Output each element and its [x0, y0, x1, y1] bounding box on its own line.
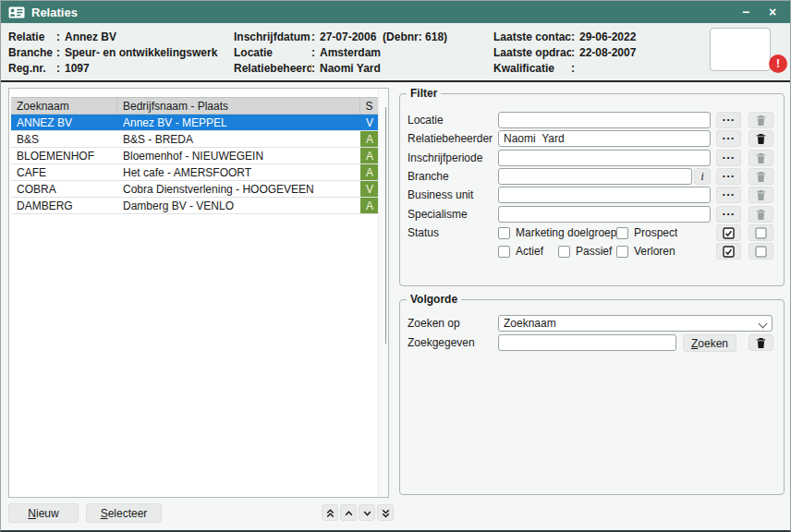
- filter-label-business-unit: Business unit: [408, 188, 473, 201]
- checked-checkbox-icon: [723, 246, 735, 258]
- ellipsis-button-relatiebeheerder[interactable]: ...: [716, 130, 741, 147]
- header-field-separator: :: [56, 30, 65, 43]
- relations-table: Zoeknaam Bedrijfsnaam - Plaats S ANNEZ B…: [11, 97, 379, 214]
- header-field-label: Relatiebeheerde: [234, 62, 311, 75]
- filter-input-inschrijfperiode[interactable]: [498, 150, 711, 166]
- status-option-actief[interactable]: Actief: [498, 245, 558, 258]
- previous-record-button[interactable]: [340, 504, 357, 521]
- header-field-separator: :: [571, 30, 579, 43]
- header-field-value: Naomi Yard: [320, 62, 381, 75]
- checkbox-marketing-doelgroep[interactable]: [498, 227, 510, 239]
- relations-list: ANNEZ BVAnnez BV - MEPPELVB&SB&S - BREDA…: [11, 115, 379, 214]
- header-field: Reg.nr.:1097: [8, 60, 217, 76]
- column-header-zoeknaam[interactable]: Zoeknaam: [11, 98, 117, 114]
- ellipsis-button-branche[interactable]: ...: [716, 168, 741, 185]
- volgorde-groupbox: Volgorde Zoeken op Zoeknaam Zoekgegeven …: [399, 299, 785, 495]
- status-option-marketing-doelgroep[interactable]: Marketing doelgroep: [498, 226, 616, 239]
- ellipsis-button-business-unit[interactable]: ...: [716, 187, 741, 203]
- header-field: Kwalificatie:: [493, 60, 636, 76]
- relations-table-header: Zoeknaam Bedrijfsnaam - Plaats S: [11, 97, 379, 115]
- close-icon[interactable]: ×: [762, 2, 783, 22]
- info-button[interactable]: i: [694, 168, 711, 185]
- cell-status: A: [360, 198, 379, 213]
- trash-button-locatie[interactable]: [748, 112, 773, 128]
- ellipsis-button-locatie[interactable]: ...: [716, 112, 741, 128]
- cell-status: V: [360, 181, 379, 197]
- header-field-value: 22-08-2007: [579, 46, 636, 59]
- trash-button-specialisme[interactable]: [748, 206, 773, 223]
- filter-input-business-unit[interactable]: [498, 187, 711, 203]
- table-row[interactable]: B&SB&S - BREDAA: [11, 131, 379, 148]
- relaties-window: Relaties − × Relatie:Annez BVBranche:Spe…: [0, 0, 791, 532]
- table-row[interactable]: ANNEZ BVAnnez BV - MEPPELV: [11, 115, 379, 131]
- alert-badge: !: [769, 54, 787, 73]
- list-scrollbar[interactable]: [378, 89, 388, 497]
- trash-icon: [755, 209, 767, 221]
- clear-all-status-button[interactable]: [748, 224, 773, 241]
- select-all-status-button-2[interactable]: [716, 243, 741, 260]
- header-field: Inschrijfdatum:27-07-2006 (Debnr: 618): [234, 29, 447, 44]
- cell-bedrijfsnaam: Annez BV - MEPPEL: [117, 116, 360, 129]
- table-row[interactable]: BLOEMENHOFBloemenhof - NIEUWEGEINA: [11, 148, 379, 164]
- ellipsis-button-inschrijfperiode[interactable]: ...: [716, 150, 741, 166]
- header-column-3: Laatste contact:29-06-2022Laatste opdrac…: [493, 29, 636, 76]
- trash-button-relatiebeheerder[interactable]: [748, 130, 773, 147]
- filter-input-branche[interactable]: [498, 168, 692, 185]
- filter-row: Locatie...: [400, 112, 784, 128]
- select-all-status-button[interactable]: [716, 224, 741, 241]
- zoekgegeven-label: Zoekgegeven: [408, 336, 475, 349]
- clear-all-status-button-2[interactable]: [748, 243, 773, 260]
- next-record-button[interactable]: [359, 504, 375, 521]
- trash-icon: [755, 115, 767, 127]
- filter-input-relatiebeheerder[interactable]: [498, 130, 711, 147]
- trash-icon: [755, 133, 767, 145]
- cell-bedrijfsnaam: Damberg BV - VENLO: [117, 200, 360, 212]
- status-option-verloren[interactable]: Verloren: [616, 245, 675, 258]
- trash-icon: [755, 189, 767, 201]
- cell-zoeknaam: COBRA: [11, 183, 117, 196]
- double-chevron-up-icon: [324, 507, 336, 519]
- filter-label-inschrijfperiode: Inschrijfperiode: [408, 151, 482, 164]
- trash-button-branche[interactable]: [748, 168, 773, 185]
- status-option-label: Actief: [516, 245, 543, 258]
- cell-status: V: [360, 115, 379, 130]
- zoeken-button[interactable]: Zoeken: [683, 334, 736, 352]
- column-header-status[interactable]: S: [360, 98, 379, 114]
- zoeken-op-value: Zoeknaam: [504, 317, 556, 330]
- table-row[interactable]: CAFEHet cafe - AMERSFOORTA: [11, 164, 379, 181]
- scrollbar-thumb[interactable]: [385, 107, 386, 344]
- minimize-icon[interactable]: −: [736, 2, 756, 22]
- selecteer-button[interactable]: Selecteer: [86, 503, 162, 523]
- cell-status: A: [360, 148, 379, 163]
- filter-input-locatie[interactable]: [498, 112, 711, 128]
- table-row[interactable]: DAMBERGDamberg BV - VENLOA: [11, 198, 379, 214]
- checked-checkbox-icon: [723, 227, 735, 239]
- ellipsis-button-specialisme[interactable]: ...: [716, 206, 741, 223]
- column-header-bedrijfsnaam[interactable]: Bedrijfsnaam - Plaats: [117, 98, 360, 114]
- table-row[interactable]: COBRACobra Dienstverlening - HOOGEVEENV: [11, 181, 379, 198]
- checkbox-verloren[interactable]: [616, 246, 628, 258]
- header-field-separator: :: [571, 62, 579, 75]
- trash-icon: [755, 152, 767, 164]
- cell-bedrijfsnaam: Cobra Dienstverlening - HOOGEVEEN: [117, 183, 360, 196]
- filter-row: Business unit...: [400, 187, 784, 203]
- header-field-value: 1097: [65, 62, 90, 75]
- status-option-passief[interactable]: Passief: [558, 245, 616, 258]
- status-label: Status: [408, 226, 439, 239]
- last-record-button[interactable]: [377, 504, 394, 521]
- trash-button-inschrijfperiode[interactable]: [748, 150, 773, 166]
- filter-input-specialisme[interactable]: [498, 206, 711, 223]
- zoekgegeven-trash-button[interactable]: [748, 334, 773, 351]
- header-field-label: Laatste contact: [493, 30, 571, 43]
- first-record-button[interactable]: [322, 504, 338, 521]
- status-option-prospect[interactable]: Prospect: [616, 226, 677, 239]
- trash-button-business-unit[interactable]: [748, 187, 773, 203]
- header-field-value: Speur- en ontwikkelingswerk: [65, 46, 217, 59]
- zoeken-op-select[interactable]: Zoeknaam: [498, 315, 773, 332]
- checkbox-passief[interactable]: [558, 246, 570, 258]
- zoekgegeven-input[interactable]: [498, 334, 676, 351]
- checkbox-actief[interactable]: [498, 246, 510, 258]
- nieuw-button[interactable]: Nieuw: [8, 503, 79, 523]
- checkbox-prospect[interactable]: [616, 227, 628, 239]
- filter-row: Inschrijfperiode...: [400, 150, 784, 166]
